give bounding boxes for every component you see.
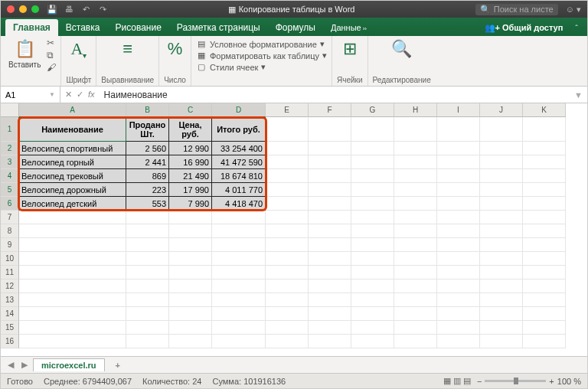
cell-styles-button[interactable]: ▢Стили ячеек ▾ [196, 62, 327, 72]
col-B[interactable]: B [126, 103, 169, 117]
row-header[interactable]: 12 [1, 279, 19, 293]
sheet-tab[interactable]: microexcel.ru [33, 358, 105, 371]
col-G[interactable]: G [351, 103, 394, 117]
col-H[interactable]: H [394, 103, 437, 117]
conditional-formatting-button[interactable]: ▤Условное форматирование ▾ [196, 39, 327, 49]
sheet-nav-next-icon[interactable]: ▶ [19, 360, 30, 370]
row-header[interactable]: 1 [1, 117, 19, 142]
cancel-icon[interactable]: ✕ [65, 90, 72, 100]
row-header[interactable]: 10 [1, 252, 19, 266]
cell[interactable]: Велосипед горный [19, 155, 126, 169]
col-I[interactable]: I [437, 103, 480, 117]
fx-icon[interactable]: fx [88, 90, 95, 100]
cell-C1[interactable]: Цена, руб. [169, 117, 212, 142]
cut-icon[interactable]: ✂ [47, 38, 56, 48]
row-header[interactable]: 2 [1, 142, 19, 155]
row-header[interactable]: 8 [1, 224, 19, 238]
format-as-table-button[interactable]: ▦Форматировать как таблицу ▾ [196, 51, 327, 60]
spreadsheet-grid[interactable]: A B C D E F G H I J K 1 Наименование Про… [1, 103, 587, 356]
cell[interactable]: Велосипед детский [19, 197, 126, 211]
name-box[interactable]: A1 ▼ [1, 87, 60, 103]
row-header[interactable]: 16 [1, 335, 19, 348]
tab-share[interactable]: 👥+ Общий доступ [477, 19, 571, 36]
search-box[interactable]: 🔍 Поиск на листе [475, 4, 558, 15]
formula-input[interactable]: Наименование [100, 90, 570, 100]
table-row: 7 [1, 211, 587, 224]
expand-formula-icon[interactable]: ▼ [570, 90, 587, 100]
feedback-icon[interactable]: ☺ ▾ [566, 5, 581, 15]
cell[interactable]: 2 560 [126, 142, 169, 155]
normal-view-icon[interactable]: ▦ [443, 376, 451, 385]
cell[interactable]: 223 [126, 183, 169, 197]
tab-data[interactable]: Данные›› [323, 19, 374, 36]
cell[interactable]: 33 254 400 [212, 142, 266, 155]
maximize-button[interactable] [31, 5, 39, 13]
col-A[interactable]: A [19, 103, 126, 117]
col-D[interactable]: D [212, 103, 266, 117]
copy-icon[interactable]: ⧉ [47, 50, 56, 60]
cell[interactable]: Велосипед спортивный [19, 142, 126, 155]
select-all-corner[interactable] [1, 103, 19, 117]
row-header[interactable]: 6 [1, 197, 19, 211]
cell[interactable]: 17 990 [169, 183, 212, 197]
cell[interactable]: 7 990 [169, 197, 212, 211]
zoom-in-icon[interactable]: + [549, 377, 554, 386]
add-sheet-button[interactable]: + [108, 359, 128, 371]
print-icon[interactable]: 🖶 [64, 5, 74, 14]
col-J[interactable]: J [480, 103, 523, 117]
row-header[interactable]: 14 [1, 307, 19, 321]
page-break-view-icon[interactable]: ▤ [463, 376, 471, 385]
cell[interactable]: 4 011 770 [212, 183, 266, 197]
paste-button[interactable]: 📋 Вставить [5, 38, 44, 70]
minimize-button[interactable] [19, 5, 27, 13]
ribbon-collapse-icon[interactable]: ˆ [570, 21, 583, 36]
tab-home[interactable]: Главная [5, 19, 58, 36]
row-header[interactable]: 3 [1, 155, 19, 169]
cell[interactable]: Велосипед трековый [19, 169, 126, 183]
sheet-nav-prev-icon[interactable]: ◀ [5, 360, 16, 370]
col-F[interactable]: F [309, 103, 351, 117]
cell[interactable]: 41 472 590 [212, 155, 266, 169]
align-button[interactable]: ≡ [119, 38, 136, 60]
row-header[interactable]: 7 [1, 211, 19, 224]
number-button[interactable]: % [165, 38, 186, 60]
cell[interactable]: 2 441 [126, 155, 169, 169]
col-E[interactable]: E [266, 103, 309, 117]
tab-insert[interactable]: Вставка [58, 19, 108, 36]
tab-draw[interactable]: Рисование [107, 19, 168, 36]
save-icon[interactable]: 💾 [47, 5, 57, 15]
cell[interactable]: 4 418 470 [212, 197, 266, 211]
row-header[interactable]: 11 [1, 266, 19, 279]
row-header[interactable]: 5 [1, 183, 19, 197]
cell-B1[interactable]: Продано Шт. [126, 117, 169, 142]
zoom-out-icon[interactable]: − [477, 377, 482, 386]
row-header[interactable]: 9 [1, 238, 19, 252]
editing-button[interactable]: 🔍 [388, 38, 415, 60]
col-C[interactable]: C [169, 103, 212, 117]
cell-D1[interactable]: Итого руб. [212, 117, 266, 142]
cell[interactable]: Велосипед дорожный [19, 183, 126, 197]
row-header[interactable]: 4 [1, 169, 19, 183]
confirm-icon[interactable]: ✓ [77, 90, 83, 100]
tab-formulas[interactable]: Формулы [268, 19, 323, 36]
undo-icon[interactable]: ↶ [80, 5, 91, 15]
format-painter-icon[interactable]: 🖌 [47, 62, 56, 73]
cell[interactable]: 12 990 [169, 142, 212, 155]
col-K[interactable]: K [523, 103, 566, 117]
font-button[interactable]: A▾ [67, 38, 90, 61]
redo-icon[interactable]: ↷ [97, 5, 108, 15]
row-header[interactable]: 15 [1, 321, 19, 335]
cell[interactable]: 553 [126, 197, 169, 211]
row-header[interactable]: 13 [1, 293, 19, 307]
cell[interactable]: 869 [126, 169, 169, 183]
close-button[interactable] [7, 5, 15, 13]
cell[interactable]: 21 490 [169, 169, 212, 183]
zoom-control[interactable]: − + 100 % [477, 377, 581, 386]
tab-layout[interactable]: Разметка страницы [169, 19, 268, 36]
zoom-slider[interactable] [485, 380, 546, 382]
page-layout-view-icon[interactable]: ▥ [453, 376, 461, 385]
cell[interactable]: 18 674 810 [212, 169, 266, 183]
cell[interactable]: 16 990 [169, 155, 212, 169]
cell-A1[interactable]: Наименование [19, 117, 126, 142]
cells-button[interactable]: ⊞ [340, 38, 360, 60]
